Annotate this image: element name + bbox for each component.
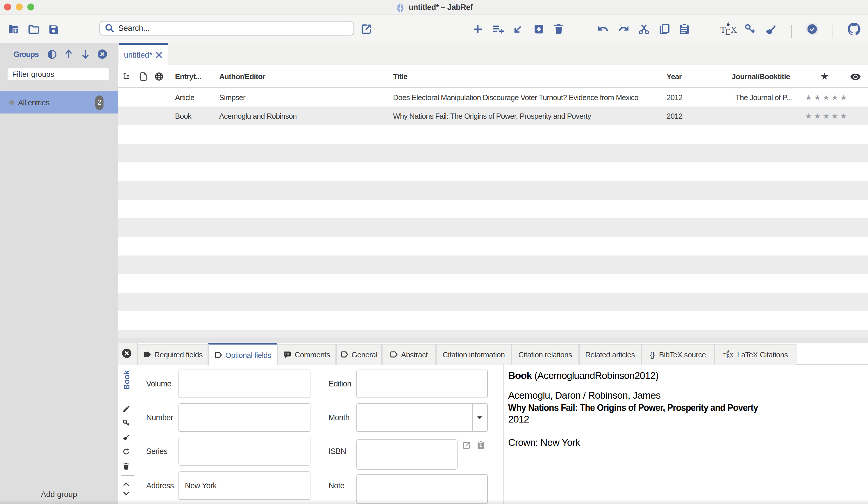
svg-text:X: X — [730, 352, 734, 359]
svg-text:X: X — [731, 25, 737, 34]
svg-text:E: E — [725, 27, 731, 37]
svg-text:E: E — [726, 354, 729, 359]
svg-text:T: T — [720, 25, 725, 34]
